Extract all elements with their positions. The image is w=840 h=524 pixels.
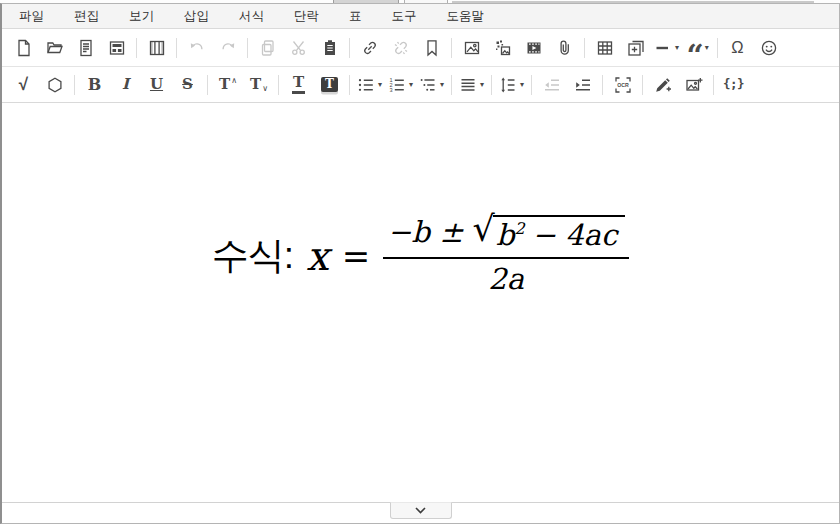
editor-window: 파일편집보기삽입서식단락표도구도움말 ▾“▾Ω √BIUST∧T∨TT▾123▾… — [0, 3, 840, 524]
superscript-icon: T∧ — [219, 77, 236, 92]
toolbar-separator — [176, 38, 177, 58]
emoticon-icon — [760, 39, 778, 57]
radicand-exponent: 2 — [514, 219, 524, 238]
ai-image-button[interactable] — [488, 34, 517, 62]
menu-item-table[interactable]: 표 — [334, 4, 377, 29]
fraction-numerator: −b ± √ b2− 4ac — [383, 215, 629, 257]
ocr-button[interactable]: OCR — [608, 71, 637, 99]
menu-item-insert[interactable]: 삽입 — [169, 4, 224, 29]
menu-item-paragraph[interactable]: 단락 — [279, 4, 334, 29]
paste-icon — [321, 39, 339, 57]
numbered-list-icon: 123 — [388, 76, 406, 94]
form-layout-button[interactable] — [102, 34, 131, 62]
toolbar-separator — [278, 75, 279, 95]
line-spacing-button[interactable]: ▾ — [497, 71, 526, 99]
highlight-color-icon: T — [321, 77, 339, 92]
blockquote-button[interactable]: “▾ — [683, 34, 712, 62]
open-file-button[interactable] — [40, 34, 69, 62]
toolbar-separator — [451, 75, 452, 95]
strikethrough-icon: S — [182, 77, 193, 92]
table-icon — [596, 39, 614, 57]
square-root: √ b2− 4ac — [473, 215, 626, 252]
formula-variable: x — [306, 233, 329, 279]
cut-button — [284, 34, 313, 62]
menu-item-help[interactable]: 도움말 — [432, 4, 500, 29]
indent-button[interactable] — [568, 71, 597, 99]
editor-canvas[interactable]: 수식: x = −b ± √ b2− 4ac 2a — [2, 103, 839, 502]
radical-symbol-icon: √ — [473, 212, 495, 249]
code-block-button[interactable]: {;} — [719, 71, 748, 99]
page-columns-button[interactable] — [142, 34, 171, 62]
copy-button — [253, 34, 282, 62]
outdent-button — [537, 71, 566, 99]
image-button[interactable] — [457, 34, 486, 62]
undo-button — [182, 34, 211, 62]
horizontal-line-icon — [654, 39, 672, 57]
cropped-button — [333, 0, 399, 3]
attachment-button[interactable] — [550, 34, 579, 62]
ai-image-generate-icon — [685, 76, 703, 94]
cropped-button — [404, 0, 448, 3]
bottom-bar — [2, 502, 839, 523]
toolbar-row-2: √BIUST∧T∨TT▾123▾▾▾▾OCR{;} — [2, 67, 839, 103]
toolbar-row-1: ▾“▾Ω — [2, 29, 839, 67]
toolbar-separator — [136, 38, 137, 58]
ai-image-generate-button[interactable] — [679, 71, 708, 99]
menu-item-edit[interactable]: 편집 — [59, 4, 114, 29]
insert-frame-button[interactable] — [621, 34, 650, 62]
toolbar-separator — [491, 75, 492, 95]
menu-item-view[interactable]: 보기 — [114, 4, 169, 29]
special-character-button[interactable]: Ω — [723, 34, 752, 62]
bookmark-button[interactable] — [417, 34, 446, 62]
attachment-icon — [556, 39, 574, 57]
chevron-down-icon — [415, 507, 426, 514]
image-icon — [463, 39, 481, 57]
paste-button[interactable] — [315, 34, 344, 62]
dropdown-arrow-icon: ▾ — [409, 80, 413, 89]
indent-icon — [574, 76, 592, 94]
toolbar-separator — [713, 75, 714, 95]
menu-item-file[interactable]: 파일 — [4, 4, 59, 29]
equation-object[interactable]: 수식: x = −b ± √ b2− 4ac 2a — [212, 215, 629, 296]
underline-button[interactable]: U — [142, 71, 171, 99]
subscript-button[interactable]: T∨ — [244, 71, 273, 99]
code-block-icon: {;} — [723, 78, 744, 91]
menu-item-tools[interactable]: 도구 — [377, 4, 432, 29]
font-color-button[interactable]: T — [284, 71, 313, 99]
italic-icon: I — [122, 77, 129, 92]
new-document-button[interactable] — [9, 34, 38, 62]
video-button[interactable] — [519, 34, 548, 62]
highlight-color-button[interactable]: T — [315, 71, 344, 99]
undo-icon — [188, 39, 206, 57]
radicand-base: b — [496, 218, 515, 252]
chemical-formula-button[interactable] — [40, 71, 69, 99]
align-button[interactable]: ▾ — [457, 71, 486, 99]
insert-frame-icon — [627, 39, 645, 57]
menu-item-format[interactable]: 서식 — [224, 4, 279, 29]
equation-icon: √ — [19, 76, 28, 93]
formula-fraction: −b ± √ b2− 4ac 2a — [383, 215, 629, 296]
table-button[interactable] — [590, 34, 619, 62]
toolbar-separator — [349, 75, 350, 95]
bullet-list-button[interactable]: ▾ — [355, 71, 384, 99]
superscript-button[interactable]: T∧ — [213, 71, 242, 99]
equation-button[interactable]: √ — [9, 71, 38, 99]
toolbar-separator — [602, 75, 603, 95]
document-text-button[interactable] — [71, 34, 100, 62]
numbered-list-button[interactable]: 123▾ — [386, 71, 415, 99]
line-spacing-icon — [499, 76, 517, 94]
ai-write-button[interactable] — [648, 71, 677, 99]
emoticon-button[interactable] — [754, 34, 783, 62]
horizontal-line-button[interactable]: ▾ — [652, 34, 681, 62]
outline-list-button[interactable]: ▾ — [417, 71, 446, 99]
radicand-suffix: − 4ac — [532, 218, 618, 252]
collapse-toolbar-button[interactable] — [390, 502, 452, 519]
strikethrough-button[interactable]: S — [173, 71, 202, 99]
link-button[interactable] — [355, 34, 384, 62]
radicand: b2− 4ac — [493, 215, 625, 252]
toolbar-separator — [642, 75, 643, 95]
bold-button[interactable]: B — [80, 71, 109, 99]
dropdown-arrow-icon: ▾ — [675, 43, 679, 52]
special-character-icon: Ω — [731, 39, 743, 56]
italic-button[interactable]: I — [111, 71, 140, 99]
